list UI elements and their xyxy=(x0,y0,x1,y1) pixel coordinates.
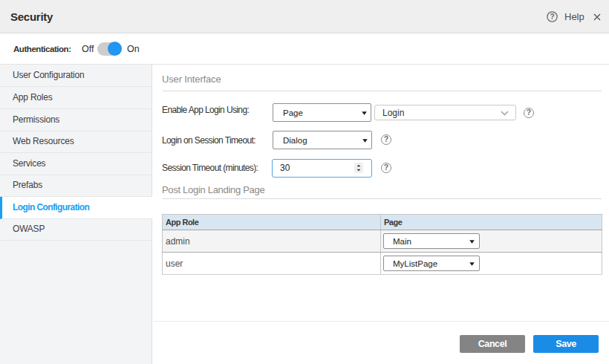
svg-text:?: ? xyxy=(550,13,554,21)
